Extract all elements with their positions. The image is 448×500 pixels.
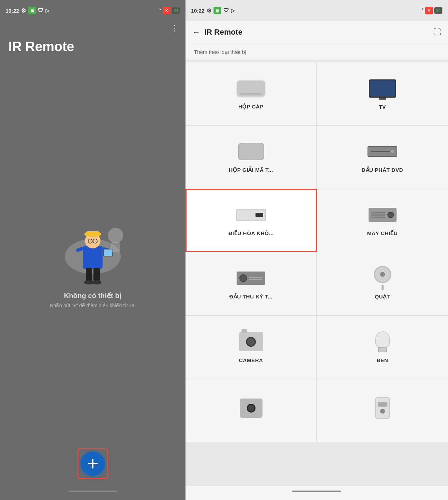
proj-line-2 <box>371 214 385 216</box>
shield-icon: 🛡 <box>38 7 43 14</box>
proj-lines <box>371 212 385 218</box>
tv-icon <box>367 78 398 99</box>
fan-shape <box>372 266 393 290</box>
grid-row-4: ĐẦU THU KỲ T... QUẠT <box>186 252 448 316</box>
camera-icon <box>235 331 267 352</box>
time-display: 10:22 <box>6 8 19 14</box>
device-cell-camera2[interactable] <box>186 379 317 442</box>
svg-rect-1 <box>83 246 103 269</box>
svg-point-15 <box>92 280 102 284</box>
dvd-slot <box>371 151 390 152</box>
no-device-text-block: Không có thiết bị Nhấn nút "+" để thêm đ… <box>50 291 135 308</box>
device-grid: HỘP CÁP TV HỘP GIẢI MÃ T... <box>186 59 448 486</box>
back-button[interactable]: ← <box>192 28 200 37</box>
app-title-text: IR Remote <box>8 39 177 54</box>
projector-shape <box>369 208 397 222</box>
tv-screen <box>370 80 395 97</box>
grid-row-2: HỘP GIẢI MÃ T... ĐẦU PHÁT DVD <box>186 126 448 189</box>
ac-shape <box>236 209 266 221</box>
device-cell-projector[interactable]: MÁY CHIẾU <box>317 189 448 252</box>
svg-rect-12 <box>86 268 92 282</box>
hop-cap-label: HỘP CÁP <box>238 104 264 110</box>
device-cell-hop-cap[interactable]: HỘP CÁP <box>186 62 317 125</box>
receiver-disc <box>239 274 247 282</box>
left-nav-bar <box>0 486 186 500</box>
cam2-lens <box>247 404 255 413</box>
camera2-icon <box>235 397 267 418</box>
illustration <box>58 207 128 284</box>
cable-box-shape <box>237 80 265 96</box>
bulb-shape <box>375 331 390 352</box>
menu-dots[interactable]: ⋮ <box>171 24 178 33</box>
right-panel: 10:22 ⚙ ▣ 🛡 ▷ * ✕ 34 ← IR Remote ⛶ Thêm … <box>186 0 448 500</box>
device-cell-hop-giai-ma[interactable]: HỘP GIẢI MÃ T... <box>186 126 317 189</box>
receiver-icon <box>235 268 267 289</box>
device-cell-tv[interactable]: TV <box>317 62 448 125</box>
cam2-shape <box>240 399 262 418</box>
hop-cap-icon <box>235 78 267 99</box>
no-device-heading: Không có thiết bị <box>50 291 135 300</box>
right-play-icon: ▷ <box>231 8 235 13</box>
subtitle-label: Thêm theo loại thiết bị <box>194 49 246 55</box>
device-cell-camera[interactable]: CAMERA <box>186 316 317 379</box>
fan-icon <box>367 268 398 289</box>
add-button-container[interactable] <box>77 448 108 479</box>
bulb-label: ĐÈN <box>377 357 388 363</box>
left-status-bar: 10:22 ⚙ ▣ 🛡 ▷ * ✕ 34 <box>0 0 186 21</box>
camera-top <box>241 329 247 333</box>
dvd-label: ĐẦU PHÁT DVD <box>362 167 403 173</box>
right-status-icons-2: * ✕ 34 <box>421 7 442 14</box>
device-cell-fan[interactable]: QUẠT <box>317 252 448 315</box>
rec-line-2 <box>249 279 262 280</box>
left-time: 10:22 ⚙ ▣ 🛡 ▷ <box>6 7 49 14</box>
person-illustration <box>58 207 128 284</box>
right-green-icon: ▣ <box>214 7 221 14</box>
left-header: ⋮ <box>0 21 186 36</box>
right-status-bar: 10:22 ⚙ ▣ 🛡 ▷ * ✕ 34 <box>186 0 448 21</box>
rec-line-1 <box>249 277 262 278</box>
receiver-controls <box>249 277 262 280</box>
wh-display <box>378 402 387 407</box>
x-icon: ✕ <box>163 7 170 14</box>
subtitle-text: Thêm theo loại thiết bị <box>186 43 448 59</box>
right-header-left: ← IR Remote <box>192 28 243 37</box>
camera-label: CAMERA <box>239 357 263 363</box>
device-cell-receiver[interactable]: ĐẦU THU KỲ T... <box>186 252 317 315</box>
ac-display <box>255 213 263 217</box>
plus-icon <box>86 457 99 470</box>
device-cell-bulb[interactable]: ĐÈN <box>317 316 448 379</box>
receiver-shape <box>237 272 265 285</box>
bluetooth-icon: * <box>159 7 161 14</box>
bulb-head <box>375 331 390 347</box>
dvd-dot <box>391 150 394 153</box>
play-icon: ▷ <box>46 8 49 13</box>
water-heater-icon <box>367 397 398 418</box>
fan-label: QUẠT <box>375 294 390 300</box>
no-device-content: Không có thiết bị Nhấn nút "+" để thêm đ… <box>0 65 186 486</box>
camera-shape <box>239 332 263 351</box>
svg-rect-4 <box>86 231 99 235</box>
right-time-display: 10:22 <box>191 8 204 14</box>
battery-indicator: 34 <box>172 7 180 14</box>
right-x-icon: ✕ <box>425 7 433 14</box>
tv-label: TV <box>379 104 386 110</box>
svg-rect-17 <box>111 242 120 252</box>
grid-row-6 <box>186 379 448 442</box>
device-cell-dvd[interactable]: ĐẦU PHÁT DVD <box>317 126 448 189</box>
fan-stand <box>382 284 384 290</box>
left-panel: 10:22 ⚙ ▣ 🛡 ▷ * ✕ 34 ⋮ IR Remote <box>0 0 186 500</box>
svg-point-16 <box>108 228 123 243</box>
add-button[interactable] <box>80 451 105 476</box>
ac-icon <box>236 204 267 225</box>
fullscreen-button[interactable]: ⛶ <box>433 28 441 37</box>
device-cell-water-heater[interactable] <box>317 379 448 442</box>
svg-rect-11 <box>104 249 112 256</box>
dvd-shape <box>368 146 397 157</box>
device-cell-ac[interactable]: ĐIỀU HÒA KHÔ... <box>186 189 317 252</box>
right-shield-icon: 🛡 <box>223 7 229 14</box>
fan-head <box>374 266 391 283</box>
right-nav-bar <box>186 486 448 500</box>
right-battery-level: 34 <box>436 8 441 13</box>
right-header: ← IR Remote ⛶ <box>186 21 448 43</box>
right-gear-icon: ⚙ <box>206 7 211 14</box>
